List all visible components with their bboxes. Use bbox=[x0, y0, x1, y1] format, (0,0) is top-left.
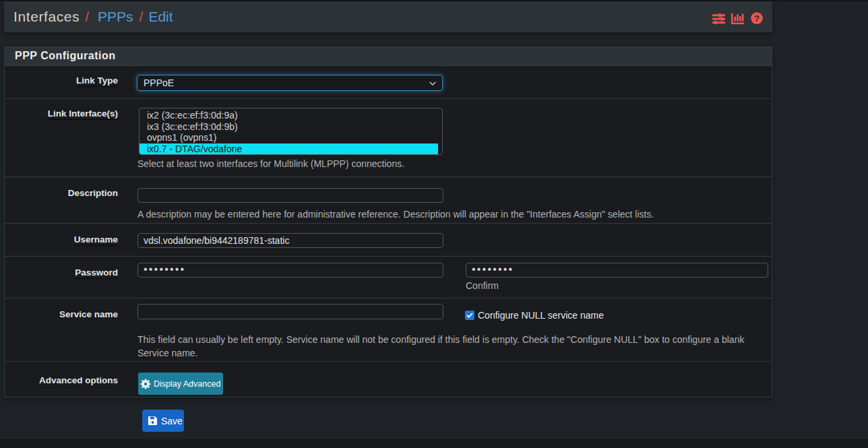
svg-text:?: ? bbox=[754, 13, 760, 24]
